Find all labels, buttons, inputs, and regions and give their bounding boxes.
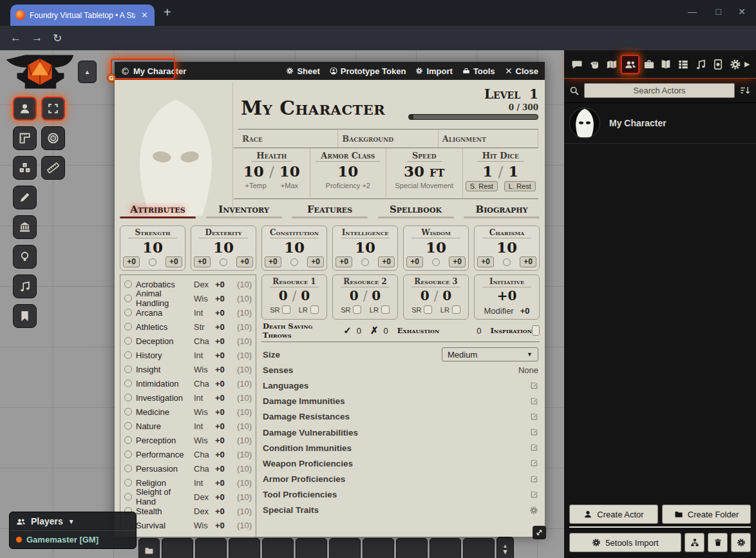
- initiative-value[interactable]: +0: [478, 289, 535, 303]
- skill-proficiency-toggle[interactable]: [124, 422, 132, 430]
- skill-row[interactable]: Nature Int +0 (10): [124, 419, 252, 433]
- sidebar-collapse-icon[interactable]: ▶: [744, 60, 753, 68]
- skill-name[interactable]: Arcana: [136, 308, 190, 318]
- ability-name[interactable]: Wisdom: [411, 228, 460, 238]
- forward-icon[interactable]: →: [32, 32, 43, 44]
- sheet-tab[interactable]: Biography: [464, 204, 540, 220]
- window-resize-handle[interactable]: [533, 526, 546, 539]
- delete-button[interactable]: [708, 533, 728, 552]
- create-folder-button[interactable]: Create Folder: [662, 505, 751, 524]
- character-field[interactable]: Background: [338, 130, 438, 148]
- ability-save-mod[interactable]: +0: [265, 256, 281, 267]
- initiative-label[interactable]: Initiative: [482, 277, 531, 287]
- xp-value[interactable]: 0 / 300: [509, 103, 538, 112]
- skill-row[interactable]: Medicine Wis +0 (10): [124, 405, 252, 419]
- skill-row[interactable]: Insight Wis +0 (10): [124, 362, 252, 376]
- skill-name[interactable]: Performance: [136, 450, 190, 459]
- ability-score[interactable]: 10: [335, 239, 395, 256]
- short-rest-recover[interactable]: SR: [270, 305, 290, 314]
- skill-name[interactable]: Religion: [136, 478, 190, 488]
- skill-proficiency-toggle[interactable]: [124, 408, 132, 416]
- ability-name[interactable]: Dexterity: [199, 228, 248, 238]
- window-header-button[interactable]: Import: [415, 66, 452, 76]
- proficiency-toggle[interactable]: [290, 258, 298, 266]
- player-row-gamemaster[interactable]: Gamemaster [GM]: [10, 531, 136, 548]
- sidebar-tab[interactable]: [676, 55, 692, 74]
- skill-row[interactable]: Intimidation Cha +0 (10): [124, 376, 252, 390]
- proficiency-toggle[interactable]: [361, 258, 369, 266]
- health-value[interactable]: 10 / 10: [243, 163, 300, 180]
- macro-slot[interactable]: [296, 538, 327, 558]
- death-success-icon[interactable]: ✓: [343, 325, 352, 336]
- players-header[interactable]: Players ▼: [10, 512, 136, 531]
- skill-proficiency-toggle[interactable]: [124, 351, 132, 359]
- sidebar-tab[interactable]: [658, 55, 674, 74]
- sheet-tab[interactable]: Inventory: [206, 204, 282, 220]
- skill-proficiency-toggle[interactable]: [124, 465, 132, 472]
- macro-slot[interactable]: [162, 538, 193, 558]
- lr-checkbox[interactable]: [452, 305, 460, 314]
- ac-value[interactable]: 10: [337, 163, 358, 180]
- ability-mod[interactable]: +0: [307, 256, 324, 267]
- sidebar-tab[interactable]: [569, 55, 585, 74]
- sr-checkbox[interactable]: [282, 305, 290, 314]
- resource-label[interactable]: Resource 2: [341, 277, 390, 287]
- resource-value[interactable]: 0 / 0: [408, 289, 464, 303]
- skill-name[interactable]: Intimidation: [136, 379, 190, 389]
- proficiency-toggle[interactable]: [149, 258, 156, 266]
- ability-mod[interactable]: +0: [378, 256, 395, 267]
- skill-proficiency-toggle[interactable]: [124, 280, 132, 288]
- skill-proficiency-toggle[interactable]: [124, 380, 132, 387]
- character-field[interactable]: Alignment: [439, 130, 538, 148]
- skill-row[interactable]: Persuasion Cha +0 (10): [124, 461, 252, 476]
- death-failure-count[interactable]: 0: [384, 326, 388, 336]
- scene-control-button[interactable]: [13, 186, 37, 209]
- hotbar-page-buttons[interactable]: ▲▼: [496, 537, 514, 558]
- skill-row[interactable]: Athletics Str +0 (10): [124, 320, 252, 334]
- inspiration-checkbox[interactable]: [532, 325, 540, 336]
- settings-gears-button[interactable]: [731, 533, 751, 552]
- proficiency-toggle[interactable]: [503, 258, 511, 266]
- edit-trait-icon[interactable]: [530, 412, 538, 421]
- ability-score[interactable]: 10: [265, 239, 324, 256]
- sidebar-tab[interactable]: [710, 55, 726, 74]
- edit-trait-icon[interactable]: [530, 428, 538, 438]
- window-close-button[interactable]: ✕: [738, 6, 746, 17]
- window-header-button[interactable]: Sheet: [286, 66, 319, 76]
- window-header-button[interactable]: Prototype Token: [330, 66, 406, 76]
- skill-name[interactable]: Sleight of Hand: [136, 487, 190, 506]
- scene-tool-button[interactable]: [41, 126, 65, 150]
- short-rest-recover[interactable]: SR: [341, 305, 361, 314]
- skill-proficiency-toggle[interactable]: [124, 309, 132, 316]
- sidebar-tab[interactable]: [604, 55, 620, 74]
- 5etools-import-button[interactable]: 5etools Import: [569, 533, 681, 552]
- skill-row[interactable]: Deception Cha +0 (10): [124, 334, 252, 348]
- ability-save-mod[interactable]: +0: [335, 256, 352, 267]
- skill-proficiency-toggle[interactable]: [124, 294, 132, 302]
- ability-mod[interactable]: +0: [236, 256, 253, 267]
- skill-name[interactable]: Animal Handling: [136, 289, 190, 308]
- scene-control-button[interactable]: [13, 97, 37, 120]
- sidebar-tab[interactable]: [587, 55, 603, 74]
- death-failure-icon[interactable]: ✗: [370, 325, 379, 336]
- death-success-count[interactable]: 0: [357, 326, 361, 336]
- configure-special-traits-icon[interactable]: [529, 505, 538, 515]
- skill-row[interactable]: Arcana Int +0 (10): [124, 305, 252, 320]
- speed-value[interactable]: 30 ft: [404, 163, 444, 180]
- macro-folder-button[interactable]: [138, 538, 160, 558]
- hit-dice-value[interactable]: 1 / 1: [482, 163, 518, 180]
- resource-value[interactable]: 0 / 0: [266, 289, 323, 303]
- skill-proficiency-toggle[interactable]: [124, 365, 132, 373]
- reload-icon[interactable]: ↻: [53, 32, 62, 45]
- scene-tool-button[interactable]: [41, 97, 65, 120]
- skill-proficiency-toggle[interactable]: [124, 323, 132, 331]
- scene-control-button[interactable]: [13, 156, 37, 180]
- skill-row[interactable]: Perception Wis +0 (10): [124, 433, 252, 447]
- scene-tool-button[interactable]: [41, 156, 65, 180]
- actor-list-item[interactable]: My Character: [564, 103, 756, 144]
- lr-checkbox[interactable]: [310, 305, 319, 314]
- ability-score[interactable]: 10: [406, 239, 466, 256]
- window-header-button[interactable]: Tools: [462, 66, 495, 76]
- character-field[interactable]: Race: [238, 130, 338, 148]
- sheet-tab[interactable]: Features: [292, 204, 368, 220]
